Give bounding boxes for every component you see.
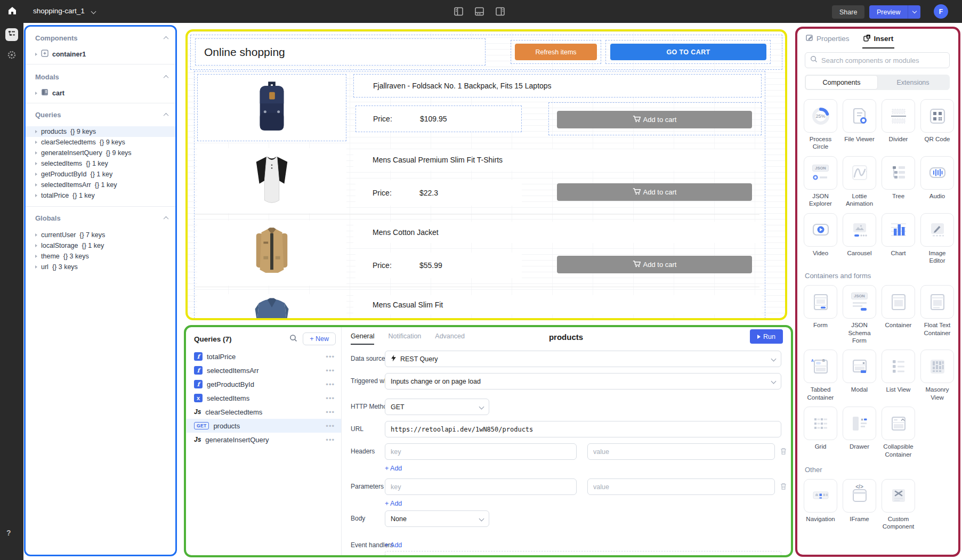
component-card-container[interactable]: Container xyxy=(882,285,915,344)
share-button[interactable]: Share xyxy=(832,5,864,19)
segment-components[interactable]: Components xyxy=(806,76,877,89)
sidebar-item-cart[interactable]: cart xyxy=(35,86,168,100)
expand-caret-icon[interactable] xyxy=(35,194,37,197)
product-image-cell[interactable] xyxy=(197,148,346,213)
product-row[interactable]: Mens Cotton Jacket Price: $55.99 Add to … xyxy=(195,218,766,289)
more-options-icon[interactable]: ••• xyxy=(326,353,335,361)
expand-caret-icon[interactable] xyxy=(35,244,37,247)
expand-caret-icon[interactable] xyxy=(35,141,37,144)
preview-button[interactable]: Preview xyxy=(869,5,920,19)
app-title[interactable]: shopping-cart_1 xyxy=(33,7,85,15)
component-card-form[interactable]: Form xyxy=(804,285,837,344)
components-section-header[interactable]: Components xyxy=(35,34,168,42)
sidebar-item-container1[interactable]: container1 xyxy=(35,47,168,61)
component-tree-nav-button[interactable] xyxy=(5,28,18,41)
component-card-chart[interactable]: Chart xyxy=(882,213,915,265)
sidebar-query-products[interactable]: products{} 9 keys xyxy=(26,126,175,137)
globals-section-header[interactable]: Globals xyxy=(35,214,168,222)
expand-caret-icon[interactable] xyxy=(35,53,37,56)
add-to-cart-button[interactable]: Add to cart xyxy=(557,183,752,201)
more-options-icon[interactable]: ••• xyxy=(326,394,335,402)
component-card-grid[interactable]: Grid xyxy=(804,407,837,458)
body-select[interactable]: None xyxy=(385,510,489,527)
home-button[interactable] xyxy=(4,4,20,20)
tab-advanced[interactable]: Advanced xyxy=(435,332,465,340)
component-card-qr-code[interactable]: QR Code xyxy=(920,99,954,151)
sidebar-global-theme[interactable]: theme{} 3 keys xyxy=(26,251,175,262)
component-card-drawer[interactable]: Drawer xyxy=(843,407,876,458)
product-name[interactable]: Mens Casual Premium Slim Fit T-Shirts xyxy=(353,149,762,171)
component-card-tree[interactable]: Tree xyxy=(882,156,915,208)
more-options-icon[interactable]: ••• xyxy=(326,367,335,375)
toggle-right-panel-icon[interactable] xyxy=(496,7,505,18)
query-row-totalPrice[interactable]: ftotalPrice••• xyxy=(187,350,341,363)
query-row-products[interactable]: GETproducts••• xyxy=(187,419,341,433)
product-name[interactable]: Mens Cotton Jacket xyxy=(353,222,762,243)
preview-dropdown-button[interactable] xyxy=(908,5,920,19)
more-options-icon[interactable]: ••• xyxy=(326,422,335,430)
toggle-left-panel-icon[interactable] xyxy=(454,7,463,18)
component-card-file-viewer[interactable]: File Viewer xyxy=(843,99,876,151)
add-event-handler-link[interactable]: + Add xyxy=(385,541,402,549)
segment-extensions[interactable]: Extensions xyxy=(877,76,949,89)
component-card-carousel[interactable]: Carousel xyxy=(843,213,876,265)
expand-caret-icon[interactable] xyxy=(35,265,37,269)
component-card-iframe[interactable]: </> IFrame xyxy=(843,479,876,531)
tab-general[interactable]: General xyxy=(351,332,374,340)
preview-button-label[interactable]: Preview xyxy=(869,5,908,19)
component-card-masonry-view[interactable]: Masonry View xyxy=(920,350,954,401)
add-to-cart-button[interactable]: Add to cart xyxy=(557,111,752,128)
more-options-icon[interactable]: ••• xyxy=(326,436,335,444)
component-card-custom-component[interactable]: Custom Component xyxy=(882,479,915,531)
settings-nav-button[interactable] xyxy=(6,51,17,61)
trash-icon[interactable] xyxy=(780,483,787,492)
sidebar-query-selectedItems[interactable]: selectedItems{} 1 key xyxy=(26,158,175,169)
product-image-cell[interactable] xyxy=(197,294,346,318)
component-card-process-circle[interactable]: 25% Process Circle xyxy=(804,99,837,151)
component-card-json-explorer[interactable]: JSON JSON Explorer xyxy=(804,156,837,208)
sidebar-query-generateInsertQuery[interactable]: generateInsertQuery{} 9 keys xyxy=(26,148,175,158)
component-card-collapsible-container[interactable]: Collapsible Container xyxy=(882,407,915,458)
expand-caret-icon[interactable] xyxy=(35,151,37,155)
tab-notification[interactable]: Notification xyxy=(388,332,421,340)
sidebar-query-getProductById[interactable]: getProductById{} 1 key xyxy=(26,169,175,180)
app-canvas[interactable]: Online shopping Refresh items GO TO CART… xyxy=(188,31,785,318)
modals-section-header[interactable]: Modals xyxy=(35,73,168,81)
component-card-json-schema-form[interactable]: JSON JSON Schema Form xyxy=(843,285,876,344)
component-card-lottie-animation[interactable]: Lottie Animation xyxy=(843,156,876,208)
search-icon[interactable] xyxy=(289,334,297,344)
product-price-cell[interactable]: Price: $109.95 xyxy=(355,105,522,132)
sidebar-query-totalPrice[interactable]: totalPrice{} 1 key xyxy=(26,190,175,201)
product-row[interactable]: Fjallraven - Foldsack No. 1 Backpack, Fi… xyxy=(195,71,766,144)
add-to-cart-button[interactable]: Add to cart xyxy=(557,256,752,273)
query-row-generateInsertQuery[interactable]: JsgenerateInsertQuery••• xyxy=(187,433,341,447)
help-button[interactable]: ? xyxy=(6,529,11,537)
sidebar-global-localStorage[interactable]: localStorage{} 1 key xyxy=(26,240,175,251)
product-image-cell[interactable] xyxy=(197,221,346,286)
toggle-bottom-panel-icon[interactable] xyxy=(475,7,484,18)
product-price-cell[interactable]: Price: $22.3 xyxy=(355,180,522,206)
user-avatar[interactable]: F xyxy=(934,4,948,19)
component-card-list-view[interactable]: List View xyxy=(882,350,915,401)
product-row[interactable]: Mens Casual Premium Slim Fit T-Shirts Pr… xyxy=(195,146,766,216)
product-name[interactable]: Mens Casual Slim Fit xyxy=(353,295,762,314)
add-parameter-link[interactable]: + Add xyxy=(385,500,402,507)
expand-caret-icon[interactable] xyxy=(35,183,37,186)
sidebar-global-url[interactable]: url{} 3 keys xyxy=(26,262,175,272)
expand-caret-icon[interactable] xyxy=(35,92,37,95)
new-query-button[interactable]: + New xyxy=(303,332,336,345)
query-row-selectedItems[interactable]: xselectedItems••• xyxy=(187,391,341,405)
parameter-key-input[interactable] xyxy=(385,478,577,495)
component-card-divider[interactable]: Divider xyxy=(882,99,915,151)
url-input[interactable]: https://retoolapi.dev/1wN850/products xyxy=(385,421,781,437)
product-list-container[interactable]: Fjallraven - Foldsack No. 1 Backpack, Fi… xyxy=(194,71,765,318)
component-card-audio[interactable]: Audio xyxy=(920,156,954,208)
expand-caret-icon[interactable] xyxy=(35,130,37,133)
trigger-select[interactable]: Inputs change or on page load xyxy=(385,373,781,389)
product-row[interactable]: Mens Casual Slim Fit xyxy=(195,291,766,318)
product-price-cell[interactable]: Price: $55.99 xyxy=(355,253,522,278)
component-search[interactable] xyxy=(805,52,950,68)
component-card-tabbed-container[interactable]: A B Tabbed Container xyxy=(804,350,837,401)
expand-caret-icon[interactable] xyxy=(35,162,37,165)
run-query-button[interactable]: Run xyxy=(750,329,783,344)
